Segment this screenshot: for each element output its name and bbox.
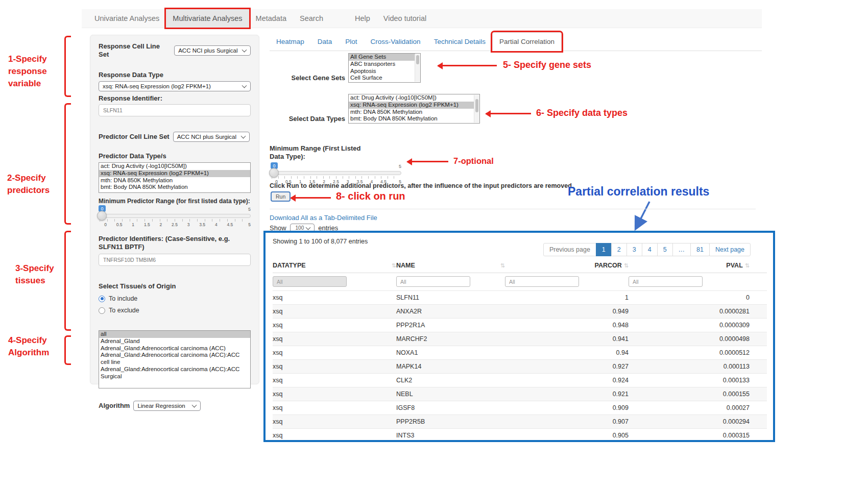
response-identifier-input[interactable]	[99, 104, 251, 116]
nav-help[interactable]: Help	[348, 9, 377, 28]
to-include-label: To include	[109, 295, 137, 302]
table-row[interactable]: xsq IGSF8 0.909 0.00027	[273, 401, 767, 415]
select-gene-sets-label: Select Gene Sets	[270, 74, 348, 83]
page-button[interactable]: 4	[642, 243, 658, 256]
bracket-step1	[64, 36, 71, 97]
predictor-data-types-listbox[interactable]: act: Drug Activity (-log10[IC50M])xsq: R…	[99, 162, 251, 193]
filter-parcor-input[interactable]	[505, 276, 579, 287]
cell-parcor: 0.948	[505, 319, 629, 332]
previous-page-button[interactable]: Previous page	[543, 243, 596, 256]
listbox-option[interactable]: act: Drug Activity (-log10[IC50M])	[99, 163, 250, 170]
page-button[interactable]: …	[672, 243, 691, 256]
analysis-tabs: Heatmap Data Plot Cross-Validation Techn…	[270, 32, 762, 51]
slider-track[interactable]	[271, 171, 401, 175]
cell-parcor: 0.949	[505, 305, 629, 319]
listbox-option[interactable]: all	[99, 331, 250, 338]
listbox-option[interactable]: Adrenal_Gland	[99, 338, 250, 345]
page-button[interactable]: 2	[611, 243, 627, 256]
response-cell-line-set-select[interactable]: ACC NCI plus Surgical	[174, 45, 251, 56]
tissues-listbox[interactable]: allAdrenal_GlandAdrenal_Gland:Adrenocort…	[99, 330, 251, 388]
scrollbar[interactable]	[415, 54, 420, 82]
table-row[interactable]: xsq MAPK14 0.927 0.000113	[273, 360, 767, 374]
table-row[interactable]: xsq PPP2R1A 0.948 0.0000309	[273, 319, 767, 332]
sort-icon[interactable]: ⇅	[624, 262, 629, 269]
cell-pval: 0.000315	[629, 429, 767, 443]
listbox-option[interactable]: ABC transporters	[349, 61, 415, 68]
table-row[interactable]: xsq INTS3 0.905 0.000315	[273, 429, 767, 443]
min-predictor-range-slider[interactable]: 0 5 00.511.522.533.544.55	[99, 205, 251, 229]
gene-sets-listbox[interactable]: All Gene SetsABC transportersApoptosisCe…	[348, 53, 421, 83]
bracket-step2	[64, 103, 71, 225]
nav-metadata[interactable]: Metadata	[249, 9, 293, 28]
table-row[interactable]: xsq NEBL 0.921 0.000155	[273, 387, 767, 401]
filter-name-input[interactable]	[396, 276, 470, 287]
predictor-identifiers-label: Predictor Identifiers: (Case-Sensitive, …	[99, 235, 251, 251]
data-types-row: Select Data Types act: Drug Activity (-l…	[270, 94, 480, 124]
listbox-option[interactable]: mth: DNA 850K Methylation	[349, 109, 474, 116]
tab-technical-details[interactable]: Technical Details	[427, 33, 492, 51]
listbox-option[interactable]: xsq: RNA-seq Expression (log2 FPKM+1)	[349, 102, 474, 109]
table-row[interactable]: xsq PPP2R5B 0.907 0.000294	[273, 415, 767, 429]
cell-name: IGSF8	[396, 401, 505, 415]
data-types-listbox[interactable]: act: Drug Activity (-log10[IC50M])xsq: R…	[348, 94, 480, 124]
run-button[interactable]: Run	[271, 191, 291, 202]
table-row[interactable]: xsq CLK2 0.924 0.000133	[273, 374, 767, 387]
listbox-option[interactable]: Adrenal_Gland:Adrenocortical carcinoma (…	[99, 352, 250, 366]
page-button[interactable]: 81	[690, 243, 710, 256]
nav-video-tutorial[interactable]: Video tutorial	[377, 9, 433, 28]
listbox-option[interactable]: bmt: Body DNA 850K Methylation	[99, 184, 250, 191]
listbox-option[interactable]: bmt: Body DNA 850K Methylation	[349, 115, 474, 123]
sort-icon[interactable]: ⇅	[500, 262, 505, 269]
table-row[interactable]: xsq SLFN11 1 0	[273, 291, 767, 305]
tab-partial-correlation[interactable]: Partial Correlation	[492, 32, 562, 51]
page-button[interactable]: 1	[596, 243, 612, 256]
top-nav: Univariate Analyses Multivariate Analyse…	[82, 9, 762, 28]
filter-pval-input[interactable]	[629, 276, 703, 287]
tab-data[interactable]: Data	[311, 33, 339, 51]
listbox-option[interactable]: Apoptosis	[349, 68, 415, 75]
arrow-down-left-icon	[627, 200, 658, 233]
algorithm-select[interactable]: Linear Regression	[133, 401, 201, 411]
table-row[interactable]: xsq NOXA1 0.94 0.0000512	[273, 346, 767, 360]
tab-heatmap[interactable]: Heatmap	[270, 33, 311, 51]
tab-plot[interactable]: Plot	[339, 33, 364, 51]
listbox-option[interactable]: xsq: RNA-seq Expression (log2 FPKM+1)	[99, 170, 250, 177]
to-exclude-radio[interactable]	[99, 307, 105, 314]
col-header-datatype[interactable]: DATATYPE⇅	[273, 258, 396, 273]
nav-search[interactable]: Search	[293, 9, 330, 28]
listbox-option[interactable]: Adrenal_Gland:Adrenocortical carcinoma (…	[99, 345, 250, 352]
col-header-pval[interactable]: PVAL⇅	[629, 258, 767, 273]
listbox-option[interactable]: mth: DNA 850K Methylation	[99, 177, 250, 184]
cell-name: PPP2R5B	[396, 415, 505, 429]
tab-cross-validation[interactable]: Cross-Validation	[364, 33, 427, 51]
download-all-link[interactable]: Download All as a Tab-Delimited File	[270, 214, 377, 222]
response-data-type-select[interactable]: xsq: RNA-seq Expression (log2 FPKM+1)	[99, 81, 251, 91]
filter-datatype-input[interactable]	[273, 276, 347, 287]
listbox-option[interactable]: Cell Surface	[349, 75, 415, 82]
scrollbar[interactable]	[474, 95, 479, 123]
col-header-parcor[interactable]: PARCOR⇅	[505, 258, 629, 273]
to-include-radio[interactable]	[99, 296, 105, 302]
cell-pval: 0.0000512	[629, 346, 767, 360]
predictor-identifiers-input[interactable]	[99, 254, 251, 266]
listbox-option[interactable]: act: Drug Activity (-log10[IC50M])	[349, 94, 474, 102]
slider-track[interactable]	[99, 214, 251, 218]
predictor-data-types-label: Predictor Data Type/s	[99, 152, 251, 160]
next-page-button[interactable]: Next page	[709, 243, 751, 256]
listbox-option[interactable]: All Gene Sets	[349, 54, 415, 61]
col-header-name[interactable]: NAME⇅	[396, 258, 505, 273]
min-predictor-range-label: Minimum Predictor Range (for first liste…	[99, 197, 251, 205]
table-row[interactable]: xsq ANXA2R 0.949 0.0000281	[273, 305, 767, 319]
sort-icon[interactable]: ⇅	[745, 262, 750, 269]
page-button[interactable]: 5	[657, 243, 673, 256]
predictor-cell-line-set-select[interactable]: ACC NCI plus Surgical	[173, 132, 250, 142]
cell-datatype: xsq	[273, 387, 396, 401]
sort-icon[interactable]: ⇅	[392, 262, 396, 269]
nav-univariate-analyses[interactable]: Univariate Analyses	[88, 9, 166, 28]
page-button[interactable]: 3	[626, 243, 642, 256]
annotation-step4: 4-Specify Algorithm	[8, 334, 49, 359]
nav-multivariate-analyses[interactable]: Multivariate Analyses	[166, 9, 249, 28]
cell-datatype: xsq	[273, 291, 396, 305]
listbox-option[interactable]: Adrenal_Gland:Adrenocortical carcinoma (…	[99, 366, 250, 380]
table-row[interactable]: xsq MARCHF2 0.941 0.0000498	[273, 332, 767, 346]
